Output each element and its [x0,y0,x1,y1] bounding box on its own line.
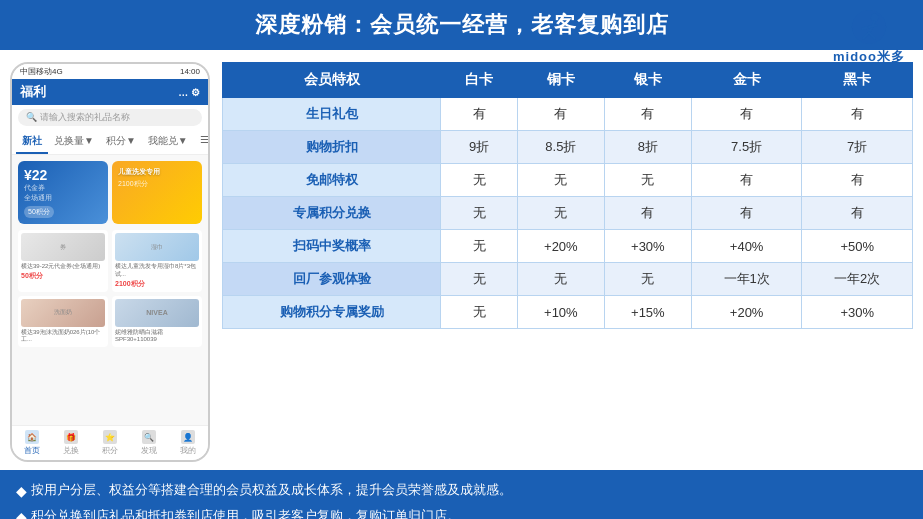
table-cell-2-0: 免邮特权 [223,164,441,197]
table-cell-2-3: 无 [604,164,691,197]
table-cell-4-5: +50% [802,230,913,263]
table-cell-0-2: 有 [517,98,604,131]
product-1-desc: 横达39-22元代金券(全场通用) [21,263,105,271]
table-cell-1-5: 7折 [802,131,913,164]
page-header: 深度粉销：会员统一经营，老客复购到店 [0,0,923,50]
phone-product-2: 湿巾 横达儿童洗发专用湿巾8片*3包试... 2100积分 [112,230,202,292]
nav-discover-label: 发现 [141,445,157,456]
nav-points-label: 积分 [102,445,118,456]
table-header-bronze: 铜卡 [517,63,604,98]
logo-area: midoo米多 [833,8,905,66]
phone-tab-3[interactable]: 我能兑▼ [142,130,194,154]
table-cell-6-0: 购物积分专属奖励 [223,296,441,329]
table-cell-0-4: 有 [691,98,802,131]
phone-app-header: 福利 … ⚙ [12,79,208,105]
phone-content: ¥22 代金券 全场通用 50积分 儿童洗发专用 2100积分 券 横达39-2… [12,155,208,425]
phone-card-wet-wipe: 儿童洗发专用 2100积分 [112,161,202,224]
table-row: 免邮特权无无无有有 [223,164,913,197]
table-cell-5-4: 一年1次 [691,263,802,296]
product-3-img: 洗面奶 [21,299,105,327]
table-cell-2-4: 有 [691,164,802,197]
phone-nav-discover[interactable]: 🔍 发现 [141,430,157,456]
phone-tabs: 新社 兑换量▼ 积分▼ 我能兑▼ ☰ [12,130,208,155]
mine-icon: 👤 [181,430,195,444]
phone-nav-exchange[interactable]: 🎁 兑换 [63,430,79,456]
table-cell-3-0: 专属积分兑换 [223,197,441,230]
phone-time: 14:00 [180,67,200,76]
table-cell-6-5: +30% [802,296,913,329]
bullet-2: ◆ [16,505,27,519]
table-row: 购物折扣9折8.5折8折7.5折7折 [223,131,913,164]
phone-nav-home[interactable]: 🏠 首页 [24,430,40,456]
phone-tab-2[interactable]: 积分▼ [100,130,142,154]
table-row: 购物积分专属奖励无+10%+15%+20%+30% [223,296,913,329]
table-cell-5-5: 一年2次 [802,263,913,296]
product-2-price: 2100积分 [115,279,199,289]
points-icon: ⭐ [103,430,117,444]
table-cell-6-4: +20% [691,296,802,329]
table-cell-6-2: +10% [517,296,604,329]
discover-icon: 🔍 [142,430,156,444]
table-cell-4-4: +40% [691,230,802,263]
table-cell-3-3: 有 [604,197,691,230]
table-cell-1-3: 8折 [604,131,691,164]
nav-mine-label: 我的 [180,445,196,456]
phone-bottom-nav: 🏠 首页 🎁 兑换 ⭐ 积分 🔍 发现 👤 我的 [12,425,208,460]
phone-tab-1[interactable]: 兑换量▼ [48,130,100,154]
table-cell-3-1: 无 [441,197,518,230]
table-row: 回厂参观体验无无无一年1次一年2次 [223,263,913,296]
table-cell-5-3: 无 [604,263,691,296]
table-cell-0-3: 有 [604,98,691,131]
page-title: 深度粉销：会员统一经营，老客复购到店 [255,12,669,37]
table-cell-4-2: +20% [517,230,604,263]
phone-search-bar[interactable]: 🔍 请输入搜索的礼品名称 [18,109,202,126]
product-3-desc: 横达39泡沫洗面奶026片(10个工... [21,329,105,345]
table-row: 生日礼包有有有有有 [223,98,913,131]
search-icon: 🔍 [26,112,40,122]
table-cell-0-0: 生日礼包 [223,98,441,131]
phone-search-area: 🔍 请输入搜索的礼品名称 [12,105,208,130]
coupon-amount: ¥22 [24,167,102,183]
table-cell-3-5: 有 [802,197,913,230]
product-2-img: 湿巾 [115,233,199,261]
phone-carrier: 中国移动4G [20,66,63,77]
phone-tab-4[interactable]: ☰ [194,130,210,154]
exchange-icon: 🎁 [64,430,78,444]
table-header-white: 白卡 [441,63,518,98]
phone-app-title: 福利 [20,83,46,101]
table-cell-2-2: 无 [517,164,604,197]
table-cell-1-4: 7.5折 [691,131,802,164]
table-cell-4-0: 扫码中奖概率 [223,230,441,263]
phone-tab-0[interactable]: 新社 [16,130,48,154]
table-cell-2-5: 有 [802,164,913,197]
footer: ◆ 按用户分层、权益分等搭建合理的会员权益及成长体系，提升会员荣誉感及成就感。 … [0,470,923,519]
table-cell-6-1: 无 [441,296,518,329]
member-privileges-table: 会员特权 白卡 铜卡 银卡 金卡 黑卡 生日礼包有有有有有购物折扣9折8.5折8… [222,62,913,329]
footer-item-1: ◆ 按用户分层、权益分等搭建合理的会员权益及成长体系，提升会员荣誉感及成就感。 [16,478,907,504]
card2-label: 儿童洗发专用 [118,167,196,177]
product-1-price: 50积分 [21,271,105,281]
phone-status-bar: 中国移动4G 14:00 [12,64,208,79]
footer-text-1: 按用户分层、权益分等搭建合理的会员权益及成长体系，提升会员荣誉感及成就感。 [31,478,512,501]
table-cell-2-1: 无 [441,164,518,197]
main-content: 中国移动4G 14:00 福利 … ⚙ 🔍 请输入搜索的礼品名称 新社 兑换量▼… [0,50,923,470]
table-cell-6-3: +15% [604,296,691,329]
product-4-desc: 妮维雅防晒白滋霜SPF30+110039 [115,329,199,345]
footer-text-2: 积分兑换到店礼品和抵扣券到店使用，吸引老客户复购，复购订单归门店。 [31,504,460,519]
product-4-img: NIVEA [115,299,199,327]
coupon-points: 50积分 [24,206,54,218]
footer-item-2: ◆ 积分兑换到店礼品和抵扣券到店使用，吸引老客户复购，复购订单归门店。 [16,504,907,519]
phone-nav-mine[interactable]: 👤 我的 [180,430,196,456]
table-area: 会员特权 白卡 铜卡 银卡 金卡 黑卡 生日礼包有有有有有购物折扣9折8.5折8… [222,62,913,462]
nav-exchange-label: 兑换 [63,445,79,456]
phone-nav-points[interactable]: ⭐ 积分 [102,430,118,456]
table-header-gold: 金卡 [691,63,802,98]
table-cell-1-1: 9折 [441,131,518,164]
bullet-1: ◆ [16,479,27,504]
nav-home-label: 首页 [24,445,40,456]
phone-card-coupon: ¥22 代金券 全场通用 50积分 [18,161,108,224]
table-cell-5-0: 回厂参观体验 [223,263,441,296]
logo-text: midoo米多 [833,48,905,66]
phone-product-row-2: 洗面奶 横达39泡沫洗面奶026片(10个工... NIVEA 妮维雅防晒白滋霜… [18,296,202,348]
card2-points: 2100积分 [118,179,196,189]
